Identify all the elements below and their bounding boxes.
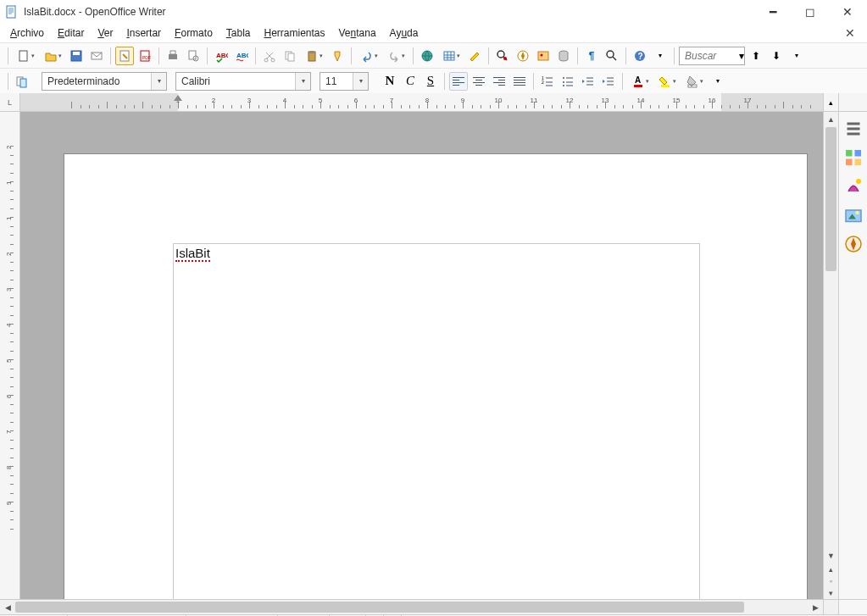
menu-formato[interactable]: Formato [170, 25, 218, 41]
datasources-button[interactable] [554, 47, 573, 65]
next-page-button[interactable]: ▾ [824, 587, 838, 599]
menu-ver[interactable]: Ver [92, 25, 118, 41]
align-right-button[interactable] [490, 72, 509, 91]
search-box[interactable]: ▾ [679, 47, 745, 65]
search-prev-button[interactable]: ⬆ [747, 47, 765, 65]
zoom-button[interactable] [603, 47, 621, 65]
help-button[interactable]: ? [631, 47, 649, 65]
open-button[interactable] [40, 47, 65, 65]
autospellcheck-button[interactable]: ABC [232, 47, 251, 65]
svg-marker-25 [521, 52, 525, 60]
toolbar-more-button-2[interactable]: ▾ [709, 72, 727, 91]
print-button[interactable] [164, 47, 182, 65]
svg-rect-9 [170, 51, 175, 54]
vertical-scrollbar[interactable]: ▲ ▼ [823, 112, 838, 563]
document-content[interactable]: IslaBit [175, 246, 210, 260]
sidebar-panel [838, 112, 867, 599]
search-dropdown-button[interactable]: ▾ [739, 50, 744, 62]
close-button[interactable]: ✕ [836, 3, 859, 20]
table-button[interactable] [438, 47, 464, 65]
search-input[interactable] [680, 50, 739, 62]
underline-button[interactable]: S [421, 72, 440, 91]
align-left-button[interactable] [449, 72, 468, 91]
menu-herramientas[interactable]: Herramientas [259, 25, 331, 41]
menu-ventana[interactable]: Ventana [334, 25, 381, 41]
horizontal-ruler[interactable]: 1234567891011121314151617 [20, 93, 823, 111]
spellcheck-button[interactable]: ABC [212, 47, 231, 65]
decrease-indent-button[interactable] [579, 72, 597, 91]
styles-panel-icon[interactable] [843, 176, 864, 197]
menu-archivo[interactable]: Archivo [5, 25, 49, 41]
nonprinting-button[interactable]: ¶ [582, 47, 601, 65]
svg-rect-10 [189, 51, 196, 59]
vscroll-track[interactable] [824, 127, 838, 548]
background-color-button[interactable] [681, 72, 707, 91]
sidebar-toggle-icon[interactable] [843, 119, 864, 139]
maximize-button[interactable]: ◻ [799, 3, 821, 20]
scroll-down-button[interactable]: ▼ [824, 548, 838, 563]
cut-button[interactable] [260, 47, 279, 65]
document-canvas[interactable]: IslaBit [20, 112, 823, 599]
workarea: 21123456789 IslaBit ▲ ▼ ▴ ◦ ▾ [0, 112, 867, 599]
find-toolbar-more-button[interactable]: ▾ [787, 47, 806, 65]
export-pdf-button[interactable]: PDF [136, 47, 154, 65]
vscroll-thumb[interactable] [825, 127, 836, 271]
gallery-button[interactable] [534, 47, 553, 65]
numbered-list-button[interactable]: 12 [538, 72, 557, 91]
ruler-end-arrow[interactable]: ▴ [823, 93, 838, 111]
bullet-list-button[interactable] [559, 72, 577, 91]
paragraph-style-combo[interactable]: Predeterminado ▾ [42, 72, 167, 91]
styles-window-button[interactable] [13, 72, 31, 91]
redo-button[interactable] [383, 47, 408, 65]
scroll-up-button[interactable]: ▲ [824, 112, 838, 127]
horizontal-scrollbar[interactable]: ◀ ▶ [0, 599, 823, 614]
menu-insertar[interactable]: Insertar [121, 25, 166, 41]
document-close-button[interactable]: ✕ [838, 26, 862, 40]
find-replace-button[interactable] [493, 47, 512, 65]
search-next-button[interactable]: ⬇ [767, 47, 786, 65]
properties-panel-icon[interactable] [843, 147, 864, 168]
menu-tabla[interactable]: Tabla [221, 25, 256, 41]
toolbar-more-button[interactable]: ▾ [651, 47, 670, 65]
print-preview-button[interactable] [184, 47, 203, 65]
new-doc-button[interactable] [13, 47, 38, 65]
increase-indent-button[interactable] [599, 72, 618, 91]
highlight-button[interactable] [654, 72, 680, 91]
save-button[interactable] [67, 47, 86, 65]
paste-button[interactable] [301, 47, 326, 65]
svg-rect-19 [310, 51, 314, 53]
gallery-panel-icon[interactable] [843, 205, 864, 225]
svg-rect-45 [846, 159, 853, 166]
navigation-button[interactable]: ◦ [824, 575, 838, 587]
hscroll-track[interactable] [15, 600, 808, 614]
navigator-button[interactable] [514, 47, 532, 65]
prev-page-button[interactable]: ▴ [824, 563, 838, 575]
edit-mode-button[interactable] [115, 47, 134, 65]
font-name-arrow[interactable]: ▾ [295, 73, 310, 90]
font-size-value: 11 [320, 75, 342, 87]
vertical-ruler[interactable]: 21123456789 [0, 112, 20, 599]
minimize-button[interactable]: ━ [762, 3, 784, 20]
paragraph-style-arrow[interactable]: ▾ [151, 73, 166, 90]
scroll-right-button[interactable]: ▶ [808, 600, 823, 614]
hyperlink-button[interactable] [418, 47, 436, 65]
font-color-button[interactable]: A [627, 72, 653, 91]
align-justify-button[interactable] [510, 72, 529, 91]
font-name-combo[interactable]: Calibri ▾ [175, 72, 311, 91]
hscroll-thumb[interactable] [15, 602, 744, 613]
font-size-arrow[interactable]: ▾ [353, 73, 368, 90]
email-button[interactable] [87, 47, 106, 65]
copy-button[interactable] [281, 47, 299, 65]
navigator-panel-icon[interactable] [843, 234, 864, 254]
grip [674, 47, 675, 64]
italic-button[interactable]: C [401, 72, 420, 91]
align-center-button[interactable] [470, 72, 488, 91]
menu-editar[interactable]: Editar [53, 25, 89, 41]
font-size-combo[interactable]: 11 ▾ [320, 72, 369, 91]
bold-button[interactable]: N [381, 72, 399, 91]
scroll-left-button[interactable]: ◀ [0, 600, 15, 614]
undo-button[interactable] [356, 47, 381, 65]
show-draw-button[interactable] [465, 47, 484, 65]
menu-ayuda[interactable]: Ayuda [385, 25, 424, 41]
format-paintbrush-button[interactable] [328, 47, 347, 65]
